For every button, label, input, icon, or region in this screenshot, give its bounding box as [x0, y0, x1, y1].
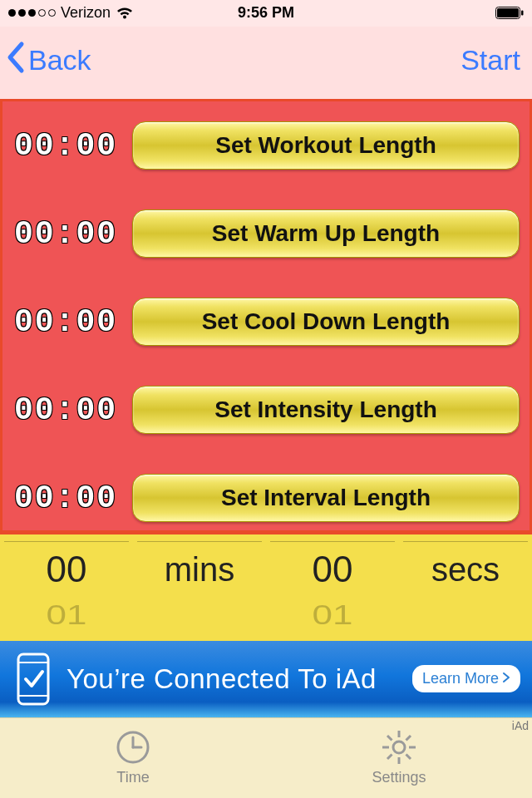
set-workout-length-button[interactable]: Set Workout Length — [132, 121, 520, 170]
picker-minutes-label: mins — [165, 542, 234, 597]
tab-bar: Time Settings — [0, 717, 532, 798]
main-panel: 00:00 Set Workout Length 00:00 Set Warm … — [0, 99, 532, 533]
carrier-label: Verizon — [61, 4, 111, 22]
row-intensity: 00:00 Set Intensity Length — [12, 386, 520, 434]
tab-time[interactable]: Time — [0, 718, 266, 798]
tab-settings[interactable]: Settings — [266, 718, 532, 798]
picker-minutes-column[interactable]: 00 01 — [0, 534, 133, 640]
status-left: Verizon — [8, 4, 134, 22]
svg-line-14 — [387, 736, 392, 741]
tab-settings-label: Settings — [372, 769, 426, 786]
status-time: 9:56 PM — [238, 4, 294, 22]
time-workout: 00:00 — [12, 128, 119, 164]
row-cooldown: 00:00 Set Cool Down Length — [12, 298, 520, 346]
row-workout: 00:00 Set Workout Length — [12, 121, 520, 170]
time-cooldown: 00:00 — [12, 304, 119, 340]
time-interval: 00:00 — [12, 480, 119, 516]
picker-seconds-column[interactable]: 00 01 — [266, 534, 399, 640]
picker-minutes-label-column: mins — [133, 534, 266, 640]
signal-strength-icon — [8, 9, 56, 17]
set-interval-length-button[interactable]: Set Interval Length — [132, 474, 520, 522]
row-warmup: 00:00 Set Warm Up Length — [12, 209, 520, 258]
chevron-right-icon — [502, 670, 510, 687]
picker-seconds-value: 00 — [313, 542, 353, 597]
svg-line-16 — [406, 736, 411, 741]
time-intensity: 00:00 — [12, 392, 119, 428]
learn-more-label: Learn More — [422, 670, 499, 687]
wifi-icon — [116, 7, 134, 20]
set-intensity-length-button[interactable]: Set Intensity Length — [132, 386, 520, 434]
start-button[interactable]: Start — [461, 44, 520, 76]
set-warm-up-length-button[interactable]: Set Warm Up Length — [132, 209, 520, 258]
ad-text: You’re Connected To iAd — [66, 663, 412, 695]
svg-rect-1 — [497, 8, 519, 17]
phone-check-icon — [12, 651, 55, 707]
svg-point-9 — [393, 741, 405, 753]
back-label: Back — [28, 44, 91, 76]
row-interval: 00:00 Set Interval Length — [12, 474, 520, 522]
svg-line-15 — [406, 755, 411, 760]
picker-seconds-next: 01 — [313, 602, 353, 629]
ad-banner[interactable]: You’re Connected To iAd Learn More — [0, 641, 532, 717]
set-cool-down-length-button[interactable]: Set Cool Down Length — [132, 298, 520, 346]
battery-icon — [495, 7, 524, 19]
back-button[interactable]: Back — [5, 41, 91, 81]
svg-rect-2 — [521, 11, 524, 16]
time-warmup: 00:00 — [12, 216, 119, 252]
picker-seconds-label-column: secs — [399, 534, 532, 640]
status-bar: Verizon 9:56 PM — [0, 0, 532, 27]
iad-tag: iAd — [512, 719, 529, 732]
gear-icon — [381, 729, 417, 766]
svg-line-17 — [387, 755, 392, 760]
tab-time-label: Time — [116, 769, 149, 786]
picker-seconds-label: secs — [431, 542, 500, 597]
picker-minutes-value: 00 — [47, 542, 87, 597]
time-picker[interactable]: 00 01 mins 00 01 secs — [0, 533, 532, 640]
learn-more-button[interactable]: Learn More — [412, 665, 520, 692]
nav-bar: Back Start — [0, 27, 532, 100]
clock-icon — [115, 729, 151, 766]
ad-wrapper: You’re Connected To iAd Learn More iAd — [0, 641, 532, 717]
picker-minutes-next: 01 — [47, 602, 87, 629]
chevron-left-icon — [5, 41, 27, 81]
